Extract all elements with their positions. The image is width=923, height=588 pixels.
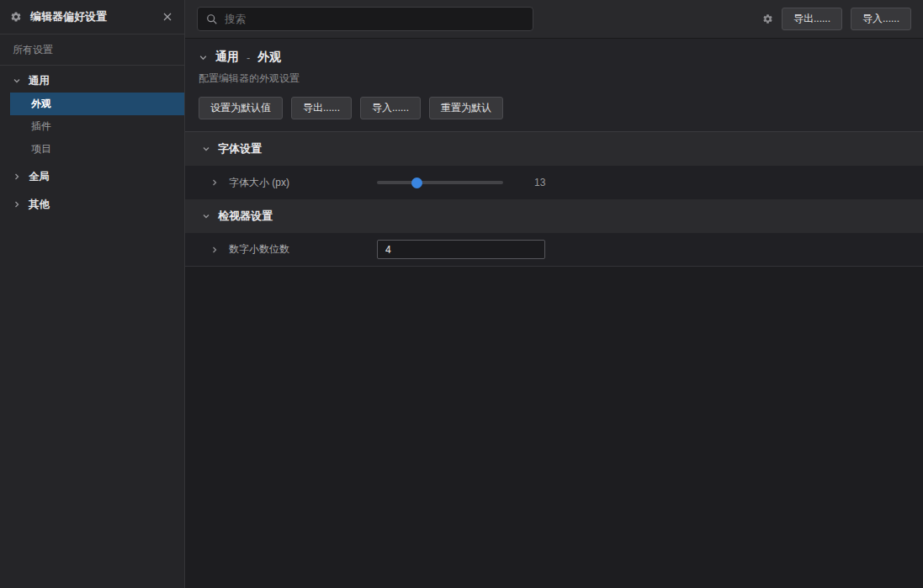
font-size-row: 字体大小 (px) 13 <box>185 166 923 199</box>
preferences-window: 编辑器偏好设置 所有设置 通用 外观 插件 项目 <box>0 0 923 588</box>
breadcrumb-group: 通用 <box>215 50 239 65</box>
sidebar-group-other[interactable]: 其他 <box>0 193 184 216</box>
export-settings-button[interactable]: 导出...... <box>291 97 352 119</box>
sidebar-item-plugins[interactable]: 插件 <box>0 115 184 138</box>
gear-icon <box>10 11 22 23</box>
import-button[interactable]: 导入...... <box>851 8 911 30</box>
chevron-down-icon <box>202 212 210 220</box>
close-icon[interactable] <box>161 10 174 24</box>
sidebar: 编辑器偏好设置 所有设置 通用 外观 插件 项目 <box>0 0 185 588</box>
sidebar-tree: 通用 外观 插件 项目 全局 其他 <box>0 66 184 216</box>
import-settings-button[interactable]: 导入...... <box>360 97 421 119</box>
chevron-down-icon <box>202 145 210 153</box>
gear-icon[interactable] <box>762 13 773 24</box>
topbar: 导出...... 导入...... <box>185 0 923 39</box>
breadcrumb-separator: - <box>247 51 250 64</box>
page-subtitle: 配置编辑器的外观设置 <box>199 72 910 86</box>
font-size-label: 字体大小 (px) <box>229 176 377 190</box>
chevron-down-icon[interactable] <box>199 53 208 62</box>
search-icon <box>206 13 218 25</box>
section-inspector-settings[interactable]: 检视器设置 <box>185 199 923 233</box>
sidebar-group-global[interactable]: 全局 <box>0 165 184 188</box>
breadcrumb-page: 外观 <box>257 50 281 65</box>
font-size-slider[interactable] <box>377 177 503 188</box>
search-input[interactable] <box>225 13 524 25</box>
section-font-settings[interactable]: 字体设置 <box>185 132 923 166</box>
set-default-button[interactable]: 设置为默认值 <box>199 97 283 119</box>
content-header: 通用 - 外观 配置编辑器的外观设置 设置为默认值 导出...... 导入...… <box>185 39 923 132</box>
decimal-places-row: 数字小数位数 <box>185 233 923 267</box>
sidebar-group-general[interactable]: 通用 <box>0 69 184 93</box>
chevron-right-icon[interactable] <box>210 178 219 187</box>
chevron-down-icon <box>13 77 21 85</box>
window-title: 编辑器偏好设置 <box>30 9 107 24</box>
sidebar-item-project[interactable]: 项目 <box>0 138 184 161</box>
font-size-slider-thumb[interactable] <box>411 177 422 188</box>
chevron-right-icon[interactable] <box>210 246 219 254</box>
slider-track <box>377 181 503 184</box>
topbar-actions: 导出...... 导入...... <box>762 8 911 30</box>
sidebar-item-all-settings[interactable]: 所有设置 <box>0 34 184 66</box>
main-panel: 导出...... 导入...... 通用 - 外观 配置编辑器的外观设置 设置为… <box>185 0 923 588</box>
sidebar-header: 编辑器偏好设置 <box>0 0 184 34</box>
header-actions: 设置为默认值 导出...... 导入...... 重置为默认 <box>199 97 910 119</box>
reset-default-button[interactable]: 重置为默认 <box>429 97 503 119</box>
export-button[interactable]: 导出...... <box>782 8 842 30</box>
breadcrumb: 通用 - 外观 <box>199 50 910 65</box>
chevron-right-icon <box>13 200 21 209</box>
decimal-places-label: 数字小数位数 <box>229 242 377 257</box>
decimal-places-input[interactable] <box>377 240 545 259</box>
content-empty-area <box>185 267 923 588</box>
font-size-value: 13 <box>534 177 545 188</box>
sidebar-item-appearance[interactable]: 外观 <box>10 93 184 115</box>
chevron-right-icon <box>13 172 21 181</box>
search-box <box>197 7 533 31</box>
